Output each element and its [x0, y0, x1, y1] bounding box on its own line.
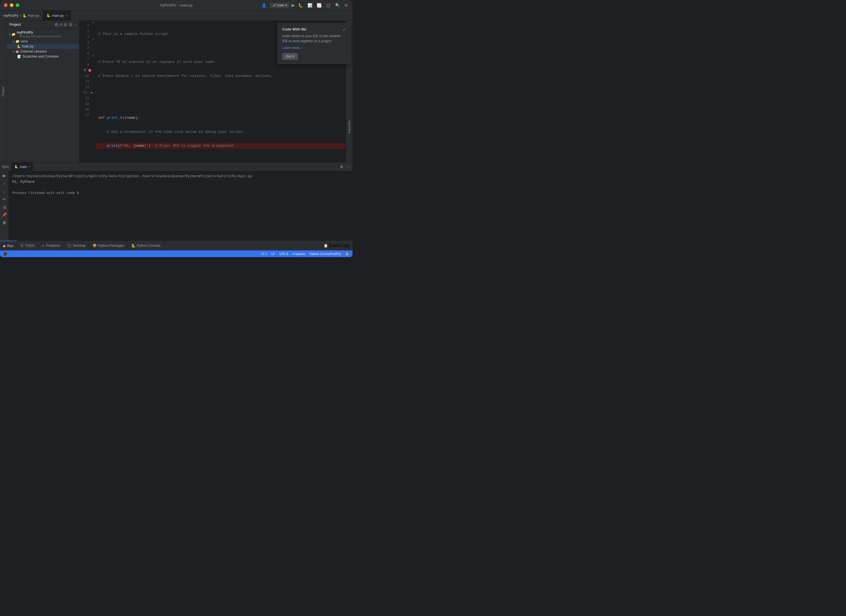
- python-console-icon: 🐍: [131, 244, 135, 248]
- run-button[interactable]: ▶: [291, 3, 295, 8]
- run-sidebar-up-btn[interactable]: ↑: [3, 180, 6, 186]
- popup-check-icon[interactable]: ✓: [343, 27, 346, 32]
- tree-item-scratches[interactable]: 📝 Scratches and Consoles: [7, 54, 79, 59]
- minimize-button[interactable]: [10, 3, 13, 7]
- breadcrumb: myFirstPy › 🐍 main.py: [0, 10, 43, 21]
- statusbar-lock-icon: 🔒: [345, 252, 349, 256]
- sidebar-collapse-icon[interactable]: ⊟: [64, 22, 67, 27]
- workspace: Project Project ⚙ ≡ ⊟ ☰ − ▾ 📁: [0, 21, 353, 162]
- run-sidebar-print-btn[interactable]: 🖨: [1, 204, 7, 210]
- branch-chevron-icon: ▾: [285, 3, 287, 7]
- code-line-10: [96, 157, 353, 162]
- sidebar-minimize-icon[interactable]: −: [74, 22, 77, 27]
- user-icon[interactable]: 👤: [260, 3, 268, 8]
- output-cmd-line: /Users/teyonkindisney/PycharmProjects/my…: [12, 173, 349, 179]
- code-gutter: ⊟ ⊟ ⊟: [92, 21, 96, 162]
- btab-terminal[interactable]: ⬛ Terminal: [64, 241, 89, 251]
- line-num-17: 17: [79, 112, 92, 118]
- gutter-6: [92, 48, 96, 54]
- line-num-6: 6: [79, 51, 92, 56]
- statusbar-line-col[interactable]: 17:1: [261, 252, 267, 255]
- btab-problems-label: Problems: [46, 244, 60, 248]
- tree-item-main-py[interactable]: 🐍 main.py: [7, 44, 79, 49]
- statusbar-indent[interactable]: 4 spaces: [293, 252, 305, 255]
- line-numbers: 1 2 3 4 5 6 7 8 9 10 11 12 13: [79, 21, 92, 162]
- btab-run[interactable]: ▶ Run: [0, 241, 17, 251]
- run-label: Run:: [0, 165, 12, 169]
- sidebar-content: ▾ 📁 myFirstPy ~/PycharmProjects/myFirstP…: [7, 29, 79, 162]
- sidebar-settings-icon[interactable]: ⚙: [54, 22, 58, 27]
- sidebar: Project ⚙ ≡ ⊟ ☰ − ▾ 📁 myFirstPy ~/Pychar…: [7, 21, 79, 162]
- file-breadcrumb[interactable]: 🐍 main.py: [23, 14, 39, 18]
- gutter-14: [92, 93, 96, 99]
- btab-todo[interactable]: ☰ TODO: [17, 241, 38, 251]
- btab-problems[interactable]: ⚠ Problems: [38, 241, 64, 251]
- app-container: myFirstPy – main.py 👤 ⎇ main ▾ ▶ 🐛 📊 📈 ⬛…: [0, 0, 353, 257]
- bottom-panel: Run: 🐍 main × ⚙ − ▶ ↑ ↓ ↩ 🖨 📌 🗑: [0, 162, 353, 241]
- gutter-7: ⊟: [92, 54, 96, 60]
- run-sidebar-down-btn[interactable]: ↓: [3, 188, 6, 194]
- got-it-button[interactable]: Got It: [282, 53, 298, 60]
- code-line-6: [96, 101, 353, 107]
- project-breadcrumb[interactable]: myFirstPy: [3, 14, 18, 18]
- tree-item-label: myFirstPy ~/PycharmProjects/myFirstPy: [17, 31, 77, 38]
- sidebar-options-icon[interactable]: ☰: [69, 22, 72, 27]
- statusbar-encoding[interactable]: UTF-8: [280, 252, 288, 255]
- statusbar-lf[interactable]: LF: [271, 252, 275, 255]
- stop-button[interactable]: ⬛: [325, 3, 332, 8]
- sidebar-sort-icon[interactable]: ≡: [60, 22, 62, 27]
- tree-item-venv[interactable]: ▸ 📁 venv: [7, 39, 79, 44]
- run-sidebar-run-btn[interactable]: ▶: [2, 172, 7, 179]
- close-button[interactable]: [4, 3, 7, 7]
- coverage-button[interactable]: 📊: [306, 3, 313, 8]
- python-file-icon: 🐍: [17, 45, 21, 48]
- sidebar-title: Project: [9, 23, 53, 26]
- panel-settings-icon[interactable]: ⚙: [339, 164, 345, 170]
- run-sidebar-pin-btn[interactable]: 📌: [1, 211, 7, 218]
- code-line-7: def print_hi(name):: [96, 115, 353, 121]
- maximize-button[interactable]: [16, 3, 19, 7]
- gutter-15: [92, 99, 96, 104]
- file-tab-close[interactable]: ×: [65, 14, 67, 17]
- debug-button[interactable]: 🐛: [297, 3, 304, 8]
- profile-button[interactable]: 📈: [316, 3, 322, 8]
- file-tab-icon: 🐍: [46, 14, 50, 17]
- window-title: myFirstPy – main.py: [160, 3, 193, 7]
- popup-learn-more-link[interactable]: Learn more →: [282, 46, 346, 50]
- project-strip-label[interactable]: Project: [1, 85, 5, 98]
- btab-terminal-label: Terminal: [73, 244, 85, 248]
- line-num-10: 10: [79, 73, 92, 79]
- line-num-7: 7: [79, 56, 92, 62]
- code-line-9: print(f'Hi, {name}') # Press ⌘F8 to togg…: [96, 143, 353, 149]
- traffic-lights: [4, 3, 19, 7]
- run-sidebar-trash-btn[interactable]: 🗑: [1, 219, 7, 226]
- chevron-down-icon: ▾: [9, 33, 10, 36]
- tree-item-external-libs[interactable]: ▸ 📚 External Libraries: [7, 49, 79, 54]
- run-tab-close-icon[interactable]: ×: [28, 165, 30, 168]
- btab-python-packages[interactable]: 📦 Python Packages: [89, 241, 128, 251]
- run-sidebar-wrap-btn[interactable]: ↩: [2, 196, 7, 202]
- branch-selector[interactable]: ⎇ main ▾: [270, 3, 289, 8]
- event-log-label[interactable]: Event Log: [329, 243, 349, 248]
- line-num-14: 14: [79, 95, 92, 101]
- statusbar-python[interactable]: Python 3.9 (myFirstPy): [309, 252, 341, 255]
- btab-python-console[interactable]: 🐍 Python Console: [128, 241, 164, 251]
- titlebar-right: 👤 ⎇ main ▾ ▶ 🐛 📊 📈 ⬛ 🔍 ⚙: [260, 3, 349, 8]
- file-tab-main[interactable]: 🐍 main.py ×: [43, 10, 71, 21]
- line-num-11: 11: [79, 79, 92, 84]
- run-panel-tab[interactable]: 🐍 main ×: [12, 162, 33, 171]
- search-button[interactable]: 🔍: [334, 3, 341, 8]
- breakpoint-dot: [88, 69, 91, 72]
- panel-minimize-icon[interactable]: −: [346, 164, 350, 170]
- line-num-4: 4: [79, 40, 92, 45]
- settings-button[interactable]: ⚙: [343, 3, 349, 8]
- gutter-4: ⊟: [92, 37, 96, 43]
- gutter-17: [92, 110, 96, 116]
- bottom-tabs: ▶ Run ☰ TODO ⚠ Problems ⬛ Terminal 📦 Pyt…: [0, 241, 353, 251]
- statusbar-left-icon: ⬛: [3, 252, 7, 256]
- tree-item-root[interactable]: ▾ 📁 myFirstPy ~/PycharmProjects/myFirstP…: [7, 30, 79, 39]
- favorites-label[interactable]: Favorites: [348, 119, 351, 135]
- scratches-icon: 📝: [17, 55, 21, 59]
- output-cmd-text: /Users/teyonkindisney/PycharmProjects/my…: [12, 175, 252, 178]
- branch-name: main: [277, 3, 284, 7]
